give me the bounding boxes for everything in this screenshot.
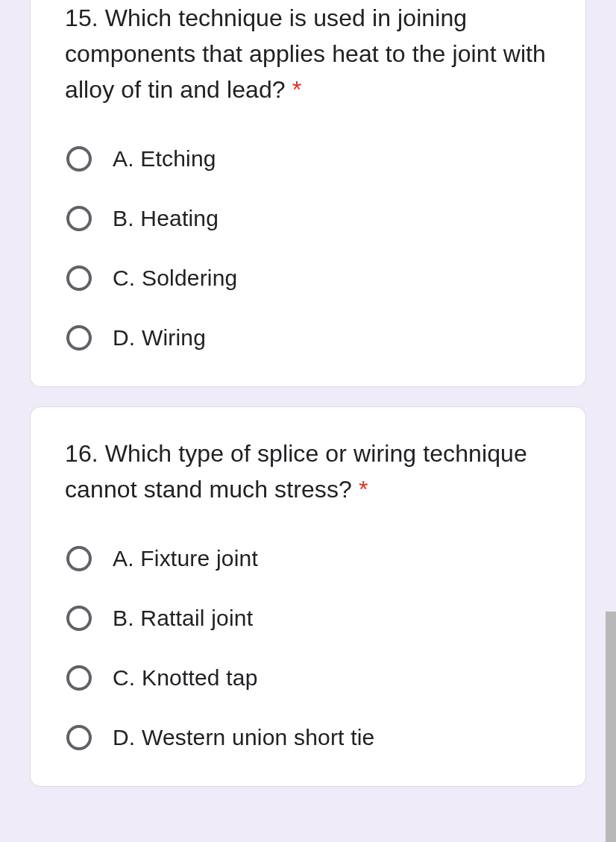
option-label: B. Heating [113,206,219,231]
svg-point-7 [68,726,90,749]
svg-point-3 [68,327,90,349]
option-label: C. Soldering [113,266,238,291]
radio-unchecked-icon [65,664,93,692]
required-asterisk: * [292,76,302,103]
question-number: 16. [65,440,98,467]
option-label: D. Western union short tie [113,725,374,750]
option-a[interactable]: A. Etching [65,145,551,173]
radio-unchecked-icon [65,145,93,173]
svg-point-1 [68,207,90,230]
svg-point-0 [68,148,90,170]
svg-point-6 [68,667,90,689]
question-number: 15. [65,4,98,31]
radio-unchecked-icon [65,204,93,233]
svg-point-5 [68,607,90,629]
option-b[interactable]: B. Heating [65,204,551,233]
option-a[interactable]: A. Fixture joint [65,544,551,573]
option-label: A. Fixture joint [113,546,258,571]
option-d[interactable]: D. Wiring [65,324,551,352]
svg-point-4 [68,547,90,570]
scrollbar-track[interactable] [606,0,616,842]
option-label: B. Rattail joint [113,606,253,631]
option-label: C. Knotted tap [113,665,258,691]
option-label: A. Etching [113,146,216,172]
option-label: D. Wiring [113,325,206,351]
radio-unchecked-icon [65,544,93,573]
radio-unchecked-icon [65,604,93,632]
required-asterisk: * [359,476,368,503]
radio-unchecked-icon [65,324,93,352]
radio-unchecked-icon [65,723,93,752]
question-text: 15. Which technique is used in joining c… [65,0,551,107]
question-card-16: 16. Which type of splice or wiring techn… [30,406,586,787]
question-body: Which type of splice or wiring technique… [65,440,527,503]
radio-unchecked-icon [65,264,93,292]
question-body: Which technique is used in joining compo… [65,4,546,103]
option-c[interactable]: C. Soldering [65,264,551,292]
option-d[interactable]: D. Western union short tie [65,723,551,752]
options-group: A. Etching B. Heating C. Soldering D. Wi… [65,145,551,352]
option-c[interactable]: C. Knotted tap [65,664,551,692]
svg-point-2 [68,267,90,289]
scrollbar-thumb[interactable] [606,612,616,842]
options-group: A. Fixture joint B. Rattail joint C. Kno… [65,544,551,752]
question-card-15: 15. Which technique is used in joining c… [30,0,586,387]
question-text: 16. Which type of splice or wiring techn… [65,436,551,507]
option-b[interactable]: B. Rattail joint [65,604,551,632]
